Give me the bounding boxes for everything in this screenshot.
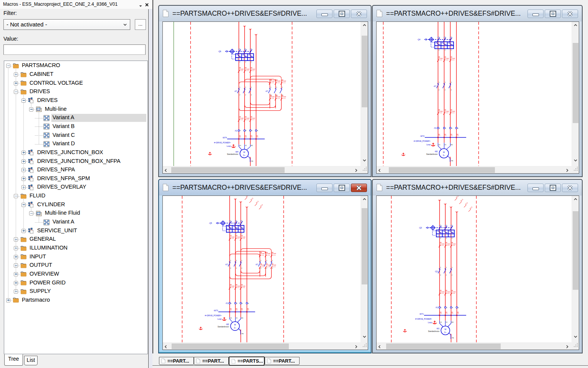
svg-text:05.8: 05.8 (469, 206, 473, 210)
svg-text:13.5kW: 13.5kW (266, 253, 271, 255)
svg-text:1: 1 (440, 266, 441, 268)
svg-text:-Q1: -Q1 (435, 270, 438, 273)
svg-text:2: 2 (230, 233, 231, 235)
svg-text:2: 2 (245, 94, 246, 96)
svg-text:3~: 3~ (443, 154, 445, 156)
svg-text:05.8: 05.8 (256, 200, 259, 204)
svg-text:W1: W1 (241, 317, 244, 319)
svg-text:13.5kW: 13.5kW (230, 237, 235, 238)
svg-text:2: 2 (245, 61, 246, 63)
svg-text:I>: I> (449, 46, 450, 48)
svg-text:05.8: 05.8 (250, 197, 254, 201)
svg-text:2.5: 2.5 (236, 309, 238, 311)
svg-text:13.5kW: 13.5kW (276, 80, 281, 82)
svg-text:U1: U1 (230, 317, 232, 319)
svg-text:13.5kW: 13.5kW (266, 264, 271, 266)
svg-text:I>: I> (436, 46, 438, 48)
svg-text:2: 2 (230, 267, 231, 269)
svg-text:1: 1 (439, 127, 440, 129)
svg-text:1: 1 (260, 260, 262, 261)
svg-text:2.5: 2.5 (451, 135, 453, 136)
svg-text:13.5kW: 13.5kW (445, 111, 449, 112)
svg-text:3: 3 (251, 130, 252, 131)
svg-text:2.5: 2.5 (445, 135, 447, 136)
svg-text:I>: I> (240, 230, 241, 232)
svg-text:13.5kW: 13.5kW (282, 96, 287, 98)
svg-text:2: 2 (445, 49, 446, 51)
svg-text:13.5kW: 13.5kW (270, 96, 275, 98)
svg-text:PE: PE (452, 337, 454, 339)
svg-text:3~: 3~ (444, 331, 447, 334)
svg-text:2.5: 2.5 (457, 135, 459, 136)
svg-text:1: 1 (270, 86, 272, 88)
svg-text:1: 1 (266, 260, 267, 261)
svg-text:-W74: -W74 (222, 136, 227, 139)
svg-text:1: 1 (276, 86, 277, 88)
svg-text:05.8: 05.8 (455, 196, 459, 199)
svg-text:2: 2 (445, 89, 446, 91)
svg-text:2.5: 2.5 (247, 309, 249, 311)
svg-text:13.5kW: 13.5kW (439, 58, 443, 59)
svg-text:-M4: -M4 (235, 151, 239, 153)
svg-text:1: 1 (236, 260, 237, 261)
svg-text:05.8: 05.8 (246, 196, 249, 198)
svg-text:13.5kW: 13.5kW (452, 243, 456, 245)
svg-text:-M1: -M1 (436, 327, 440, 330)
svg-text:2.5: 2.5 (239, 136, 241, 138)
svg-text:Standardmotor: Standardmotor (227, 153, 239, 155)
svg-text:W1: W1 (251, 145, 253, 146)
svg-text:2.5: 2.5 (457, 313, 459, 314)
svg-text:13.5kW: 13.5kW (236, 286, 241, 287)
svg-text:2: 2 (239, 61, 241, 63)
svg-text:4: 4 (257, 130, 258, 131)
svg-text:I>: I> (234, 230, 235, 232)
svg-text:Loop: Loop (227, 145, 231, 147)
svg-text:W1: W1 (452, 322, 454, 323)
svg-text:13.5kW: 13.5kW (245, 69, 250, 70)
svg-text:13.5kW: 13.5kW (276, 96, 281, 98)
svg-text:13.5kW: 13.5kW (451, 111, 455, 112)
svg-text:1: 1 (439, 81, 440, 83)
svg-text:2: 2 (241, 267, 242, 269)
svg-text:-W72: -W72 (420, 135, 424, 137)
svg-text:2: 2 (446, 274, 447, 276)
svg-text:I>: I> (228, 230, 229, 232)
svg-text:2: 2 (241, 233, 242, 235)
svg-text:#<DRIVE_POWER>: #<DRIVE_POWER> (414, 140, 431, 142)
svg-text:13.5kW: 13.5kW (272, 253, 277, 255)
svg-text:-X1: -X1 (225, 302, 228, 304)
svg-text:13.5kW: 13.5kW (446, 291, 450, 293)
svg-text:2: 2 (236, 233, 237, 235)
svg-text:2: 2 (451, 49, 452, 51)
svg-text:PE: PE (251, 160, 254, 162)
svg-text:13.5kW: 13.5kW (272, 264, 277, 266)
svg-text:13.5kW: 13.5kW (239, 118, 244, 119)
svg-text:-K7: -K7 (234, 90, 237, 92)
svg-text:-Q6: -Q6 (218, 50, 221, 53)
svg-text:-X1: -X1 (434, 127, 437, 129)
svg-text:13.5kW: 13.5kW (440, 291, 445, 293)
svg-text:13.5kW: 13.5kW (241, 237, 246, 238)
svg-text:13.5kW: 13.5kW (236, 237, 241, 238)
svg-text:M: M (444, 328, 446, 330)
svg-text:2: 2 (236, 302, 237, 304)
svg-text:1: 1 (239, 86, 241, 88)
svg-text:V1: V1 (446, 322, 448, 323)
svg-text:2.5: 2.5 (241, 309, 243, 311)
svg-text:M: M (243, 151, 245, 153)
svg-text:2.5: 2.5 (257, 136, 259, 138)
svg-text:1: 1 (445, 81, 446, 83)
svg-text:05.8: 05.8 (465, 202, 468, 205)
svg-text:13.5kW: 13.5kW (260, 264, 265, 266)
svg-text:05.8: 05.8 (460, 198, 464, 202)
svg-text:2.5: 2.5 (230, 309, 232, 311)
svg-text:13.5kW: 13.5kW (446, 243, 450, 245)
svg-text:13.5kW: 13.5kW (270, 80, 275, 82)
svg-text:2: 2 (266, 267, 267, 269)
svg-text:-K7: -K7 (265, 90, 268, 92)
svg-text:3: 3 (451, 127, 452, 129)
svg-text:2: 2 (446, 237, 447, 239)
svg-text:1: 1 (231, 302, 232, 304)
svg-text:2: 2 (446, 307, 447, 309)
svg-text:2.5: 2.5 (245, 136, 247, 138)
